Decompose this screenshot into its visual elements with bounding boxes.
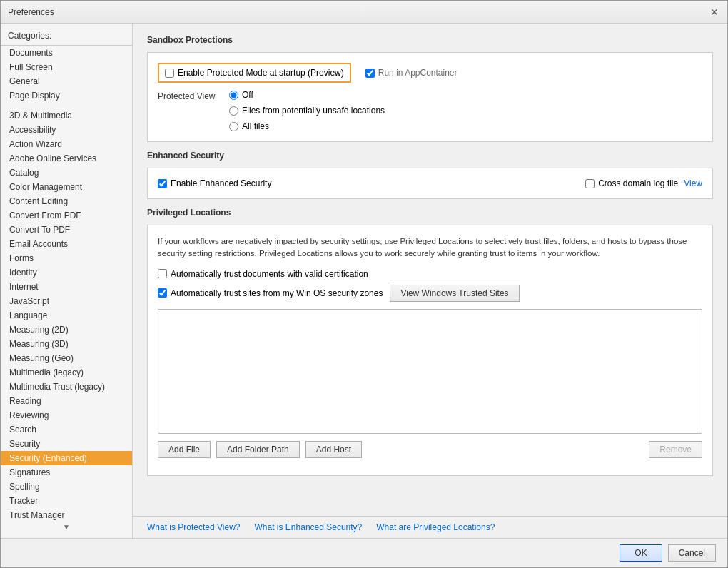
sidebar-item-full-screen[interactable]: Full Screen	[1, 60, 132, 74]
privileged-locations-box	[158, 309, 702, 434]
auto-trust-cert-row: Automatically trust documents with valid…	[158, 269, 702, 279]
view-windows-trusted-sites-button[interactable]: View Windows Trusted Sites	[390, 285, 519, 302]
radio-all-files[interactable]	[229, 122, 238, 131]
sandbox-section: Enable Protected Mode at startup (Previe…	[147, 52, 713, 142]
enhanced-security-link[interactable]: What is Enhanced Security?	[255, 522, 363, 532]
enhanced-section: Enable Enhanced Security Cross domain lo…	[147, 168, 713, 199]
enable-enhanced-security-checkbox[interactable]	[158, 179, 167, 188]
sidebar-item-catalog[interactable]: Catalog	[1, 166, 132, 180]
sidebar-item-signatures[interactable]: Signatures	[1, 465, 132, 480]
auto-trust-cert-text: Automatically trust documents with valid…	[171, 269, 368, 279]
sidebar-item-accessibility[interactable]: Accessibility	[1, 123, 132, 137]
run-in-appcontainer-text: Run in AppContainer	[378, 68, 457, 78]
auto-trust-cert-label[interactable]: Automatically trust documents with valid…	[158, 269, 368, 279]
enhanced-row: Enable Enhanced Security Cross domain lo…	[158, 178, 702, 188]
enable-protected-mode-label[interactable]: Enable Protected Mode at startup (Previe…	[165, 68, 344, 78]
add-folder-path-button[interactable]: Add Folder Path	[216, 441, 300, 458]
sidebar-item-language[interactable]: Language	[1, 308, 132, 323]
enhanced-section-title: Enhanced Security	[147, 151, 713, 161]
sidebar-item-identity[interactable]: Identity	[1, 265, 132, 280]
dialog-footer: OK Cancel	[1, 538, 727, 567]
add-host-button[interactable]: Add Host	[305, 441, 362, 458]
sidebar-item-measuring-2d[interactable]: Measuring (2D)	[1, 323, 132, 337]
radio-off-label[interactable]: Off	[229, 90, 385, 100]
sidebar-item-page-display[interactable]: Page Display	[1, 88, 132, 103]
sidebar-item-measuring-3d[interactable]: Measuring (3D)	[1, 337, 132, 351]
sandbox-section-title: Sandbox Protections	[147, 35, 713, 45]
sidebar-item-multimedia-trust[interactable]: Multimedia Trust (legacy)	[1, 380, 132, 394]
enable-enhanced-security-label[interactable]: Enable Enhanced Security	[158, 178, 271, 188]
sidebar-item-color-management[interactable]: Color Management	[1, 180, 132, 194]
sidebar-item-security[interactable]: Security	[1, 437, 132, 451]
enable-protected-mode-checkbox[interactable]	[165, 69, 174, 78]
auto-trust-winos-text: Automatically trust sites from my Win OS…	[171, 288, 383, 298]
sidebar-item-action-wizard[interactable]: Action Wizard	[1, 137, 132, 151]
cross-domain-log-text: Cross domain log file	[598, 178, 678, 188]
cross-domain-log-checkbox[interactable]	[585, 179, 595, 188]
auto-trust-winos-row: Automatically trust sites from my Win OS…	[158, 285, 702, 302]
sidebar-item-reading[interactable]: Reading	[1, 394, 132, 408]
enhanced-left: Enable Enhanced Security	[158, 178, 271, 188]
sidebar-item-security-enhanced[interactable]: Security (Enhanced)	[1, 451, 132, 465]
add-file-button[interactable]: Add File	[158, 441, 211, 458]
sidebar-item-content-editing[interactable]: Content Editing	[1, 194, 132, 208]
protected-view-row: Protected View Off Files from potentiall…	[158, 90, 702, 131]
enable-protected-mode-container: Enable Protected Mode at startup (Previe…	[158, 63, 351, 83]
radio-unsafe[interactable]	[229, 106, 238, 116]
add-buttons-row: Add File Add Folder Path Add Host Remove	[158, 441, 702, 458]
sidebar-item-general[interactable]: General	[1, 74, 132, 88]
sidebar-item-internet[interactable]: Internet	[1, 280, 132, 294]
preferences-dialog: Preferences ✕ Categories: Documents Full…	[0, 0, 728, 568]
sandbox-row: Enable Protected Mode at startup (Previe…	[158, 63, 702, 83]
radio-all-files-label[interactable]: All files	[229, 121, 385, 131]
sidebar-item-tracker[interactable]: Tracker	[1, 494, 132, 508]
view-link[interactable]: View	[684, 178, 702, 188]
ok-button[interactable]: OK	[620, 544, 662, 562]
sidebar-item-forms[interactable]: Forms	[1, 251, 132, 265]
cross-domain-log-label[interactable]: Cross domain log file	[585, 178, 678, 188]
radio-unsafe-label[interactable]: Files from potentially unsafe locations	[229, 106, 385, 116]
auto-trust-winos-label[interactable]: Automatically trust sites from my Win OS…	[158, 288, 383, 298]
auto-trust-cert-checkbox[interactable]	[158, 269, 167, 278]
privileged-section-title: Privileged Locations	[147, 208, 713, 218]
sidebar-item-email-accounts[interactable]: Email Accounts	[1, 237, 132, 251]
sidebar-item-measuring-geo[interactable]: Measuring (Geo)	[1, 351, 132, 365]
run-in-appcontainer-label[interactable]: Run in AppContainer	[365, 68, 457, 78]
categories-label: Categories:	[1, 29, 132, 45]
enhanced-right: Cross domain log file View	[585, 178, 702, 188]
main-content: Sandbox Protections Enable Protected Mod…	[133, 24, 727, 516]
protected-view-options: Off Files from potentially unsafe locati…	[229, 90, 385, 131]
auto-trust-winos-checkbox[interactable]	[158, 288, 167, 298]
sidebar: Categories: Documents Full Screen Genera…	[1, 24, 133, 538]
enable-protected-mode-text: Enable Protected Mode at startup (Previe…	[178, 68, 344, 78]
privileged-locations-link[interactable]: What are Privileged Locations?	[376, 522, 495, 532]
cancel-button[interactable]: Cancel	[668, 544, 716, 562]
radio-off[interactable]	[229, 91, 238, 100]
sidebar-item-documents[interactable]: Documents	[1, 46, 132, 60]
remove-button[interactable]: Remove	[649, 441, 702, 458]
dialog-body: Categories: Documents Full Screen Genera…	[1, 24, 727, 538]
radio-off-text: Off	[242, 90, 253, 100]
sidebar-item-search[interactable]: Search	[1, 422, 132, 437]
titlebar: Preferences ✕	[1, 1, 727, 24]
dialog-title: Preferences	[8, 7, 54, 17]
sidebar-item-reviewing[interactable]: Reviewing	[1, 408, 132, 422]
sidebar-list: Documents Full Screen General Page Displ…	[1, 45, 132, 522]
sidebar-item-multimedia-legacy[interactable]: Multimedia (legacy)	[1, 365, 132, 380]
privileged-section: If your workflows are negatively impacte…	[147, 225, 713, 476]
sidebar-item-adobe-online-services[interactable]: Adobe Online Services	[1, 151, 132, 166]
sidebar-item-javascript[interactable]: JavaScript	[1, 294, 132, 308]
sidebar-item-convert-from-pdf[interactable]: Convert From PDF	[1, 208, 132, 223]
close-button[interactable]: ✕	[709, 6, 720, 18]
protected-view-label: Protected View	[158, 90, 222, 101]
bottom-links: What is Protected View? What is Enhanced…	[133, 516, 727, 538]
protected-view-link[interactable]: What is Protected View?	[147, 522, 241, 532]
sidebar-item-spelling[interactable]: Spelling	[1, 480, 132, 494]
radio-unsafe-text: Files from potentially unsafe locations	[242, 106, 385, 116]
scroll-down-arrow[interactable]: ▼	[1, 522, 132, 532]
sidebar-item-convert-to-pdf[interactable]: Convert To PDF	[1, 223, 132, 237]
enable-enhanced-security-text: Enable Enhanced Security	[171, 178, 271, 188]
run-in-appcontainer-checkbox[interactable]	[365, 69, 375, 78]
sidebar-item-trust-manager[interactable]: Trust Manager	[1, 508, 132, 522]
sidebar-item-3d-multimedia[interactable]: 3D & Multimedia	[1, 108, 132, 123]
